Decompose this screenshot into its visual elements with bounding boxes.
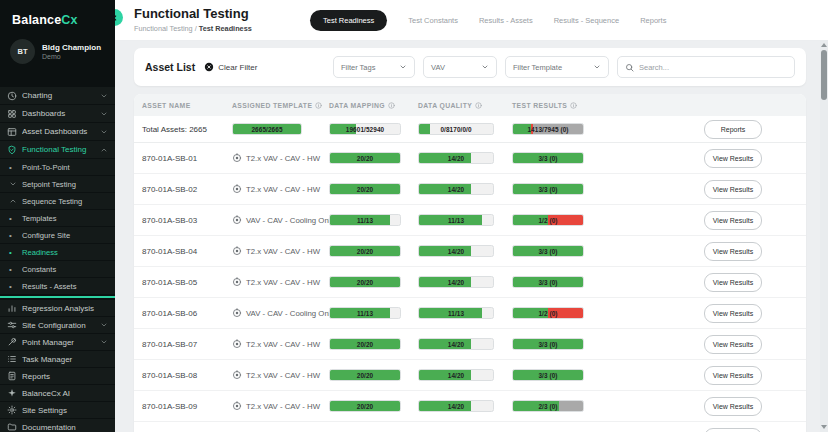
search-icon — [625, 63, 634, 72]
sidebar-item-balancecx-ai[interactable]: BalanceCx AI — [0, 385, 115, 401]
sidebar-item-label: Results - Assets — [22, 282, 76, 291]
tab-results-assets[interactable]: Results - Assets — [479, 16, 533, 25]
bullet-marker: • — [9, 265, 17, 274]
sidebar-item-label: Dashboards — [22, 109, 95, 118]
column-label: DATA QUALITY — [418, 102, 472, 109]
sidebar-item-dashboards[interactable]: Dashboards — [0, 105, 115, 122]
view-results-button[interactable]: View Results — [704, 273, 762, 292]
sidebar-item-reports[interactable]: Reports — [0, 368, 115, 384]
bar-value: 3/3 (0) — [513, 277, 583, 287]
sidebar-item-results-assets[interactable]: •Results - Assets — [0, 278, 115, 294]
sidebar-item-templates[interactable]: •Templates — [0, 210, 115, 226]
info-icon — [570, 102, 577, 109]
scroll-down-arrow-icon[interactable] — [821, 425, 827, 429]
sidebar-item-point-to-point[interactable]: •Point-To-Point — [0, 159, 115, 175]
bullet-marker: • — [9, 248, 17, 257]
bar-value: 14/20 — [419, 184, 493, 194]
sidebar-item-constants[interactable]: •Constants — [0, 261, 115, 277]
template-name: VAV - CAV - Cooling Only — [246, 309, 334, 318]
breadcrumb: Functional Testing / Test Readiness — [134, 24, 252, 33]
sidebar-item-readiness[interactable]: •Readiness — [0, 244, 115, 260]
bar-value: 1/2 (0) — [513, 215, 583, 225]
column-header-asset-name: ASSET NAME — [142, 102, 232, 109]
template-name: T2.x VAV - CAV - HW — [246, 371, 320, 380]
column-header-data-mapping: DATA MAPPING — [329, 102, 418, 109]
sidebar-item-point-manager[interactable]: Point Manager — [0, 334, 115, 350]
bar-value: 20/20 — [330, 401, 400, 411]
test-results-bar: 1/2 (0) — [512, 307, 584, 319]
shield-check-icon — [7, 145, 17, 155]
logo-accent: Cx — [61, 13, 77, 27]
asset-name: 870-01A-SB-09 — [142, 402, 232, 411]
test-results-bar: 1/2 (0) — [512, 214, 584, 226]
asset-list-title: Asset List — [145, 61, 195, 73]
target-icon — [232, 308, 242, 318]
data-quality-cell: 14/20 — [418, 152, 512, 164]
filter-tags-select[interactable]: Filter Tags — [333, 56, 415, 78]
data-mapping-bar: 20/20 — [329, 400, 401, 412]
logo-primary: Balance — [12, 13, 61, 27]
chevron-down-icon — [100, 92, 108, 100]
data-mapping-cell: 20/20 — [329, 338, 418, 350]
bar-value: 20/20 — [330, 370, 400, 380]
tab-test-constants[interactable]: Test Constants — [408, 16, 458, 25]
sidebar-item-functional-testing[interactable]: Functional Testing — [0, 141, 115, 158]
view-results-button[interactable]: View Results — [704, 366, 762, 385]
sidebar-item-configure-site[interactable]: •Configure Site — [0, 227, 115, 243]
sidebar-item-label: Configure Site — [22, 231, 70, 240]
target-icon — [232, 401, 242, 411]
test-results-cell: 3/3 (0) — [512, 183, 622, 195]
breadcrumb-current: Test Readiness — [199, 24, 252, 33]
view-results-button[interactable]: View Results — [704, 335, 762, 354]
reports-button[interactable]: Reports — [704, 120, 762, 139]
vertical-scrollbar[interactable] — [820, 40, 828, 432]
bar-value: 11/13 — [419, 308, 493, 318]
sidebar-item-setpoint-testing[interactable]: Setpoint Testing — [0, 176, 115, 192]
sidebar-item-documentation[interactable]: Documentation — [0, 419, 115, 432]
data-quality-cell: 14/20 — [418, 276, 512, 288]
scrollbar-thumb[interactable] — [821, 50, 827, 100]
sidebar-nav-bottom: Regression AnalysisSite ConfigurationPoi… — [0, 300, 115, 432]
view-results-button[interactable]: View Results — [704, 149, 762, 168]
asset-type-select[interactable]: VAV — [423, 56, 497, 78]
sidebar-item-label: Templates — [22, 214, 57, 223]
clear-filter-button[interactable]: Clear Filter — [204, 62, 257, 72]
sidebar-item-regression-analysis[interactable]: Regression Analysis — [0, 300, 115, 316]
tab-reports[interactable]: Reports — [640, 16, 666, 25]
asset-name: 870-01A-SB-02 — [142, 185, 232, 194]
test-results-bar: 3/3 (0) — [512, 183, 584, 195]
sidebar-item-site-configuration[interactable]: Site Configuration — [0, 317, 115, 333]
sidebar-item-charting[interactable]: Charting — [0, 87, 115, 104]
target-icon — [232, 370, 242, 380]
sidebar-item-task-manager[interactable]: Task Manager — [0, 351, 115, 367]
assigned-template-cell: T2.x VAV - CAV - HW — [232, 401, 329, 411]
data-quality-bar: 14/20 — [418, 276, 494, 288]
sidebar-item-site-settings[interactable]: Site Settings — [0, 402, 115, 418]
filter-template-select[interactable]: Filter Template — [505, 56, 609, 78]
test-results-bar: 3/3 (0) — [512, 338, 584, 350]
user-name: Bldg Champion — [42, 43, 101, 52]
column-label: ASSET NAME — [142, 102, 191, 109]
view-results-button[interactable]: View Results — [704, 211, 762, 230]
tab-test-readiness[interactable]: Test Readiness — [310, 10, 387, 31]
user-profile[interactable]: BT Bldg Champion Demo — [0, 27, 115, 64]
sidebar-item-asset-dashboards[interactable]: Asset Dashboards — [0, 123, 115, 140]
breadcrumb-parent[interactable]: Functional Testing — [134, 24, 193, 33]
view-results-button[interactable]: View Results — [704, 242, 762, 261]
total-data-mapping-cell: 19601/52940 — [329, 123, 418, 135]
scroll-up-arrow-icon[interactable] — [821, 43, 827, 47]
view-results-button[interactable]: View Results — [704, 304, 762, 323]
tab-results-sequence[interactable]: Results - Sequence — [554, 16, 619, 25]
search-input[interactable] — [639, 63, 787, 72]
sidebar-item-sequence-testing[interactable]: Sequence Testing — [0, 193, 115, 209]
bar-value: 3/3 (0) — [513, 246, 583, 256]
data-mapping-bar: 20/20 — [329, 276, 401, 288]
grid-icon — [7, 109, 17, 119]
assigned-template-cell: T2.x VAV - CAV - HW — [232, 370, 329, 380]
view-results-button[interactable]: View Results — [704, 428, 762, 432]
view-results-button[interactable]: View Results — [704, 180, 762, 199]
assigned-template-bar: 2665/2665 — [232, 123, 302, 135]
chevron-down-icon — [9, 180, 17, 188]
view-results-button[interactable]: View Results — [704, 397, 762, 416]
chevron-up-icon — [100, 146, 108, 154]
